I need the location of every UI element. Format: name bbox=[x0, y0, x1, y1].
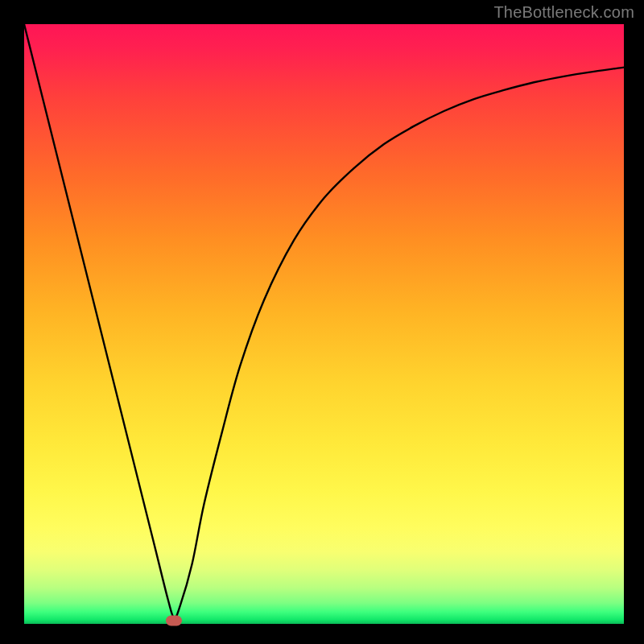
plot-area bbox=[24, 24, 624, 624]
curve-svg bbox=[24, 24, 624, 624]
minimum-marker bbox=[166, 616, 182, 626]
watermark-text: TheBottleneck.com bbox=[493, 3, 634, 22]
chart-frame: TheBottleneck.com bbox=[0, 0, 644, 644]
bottleneck-curve bbox=[24, 24, 624, 618]
